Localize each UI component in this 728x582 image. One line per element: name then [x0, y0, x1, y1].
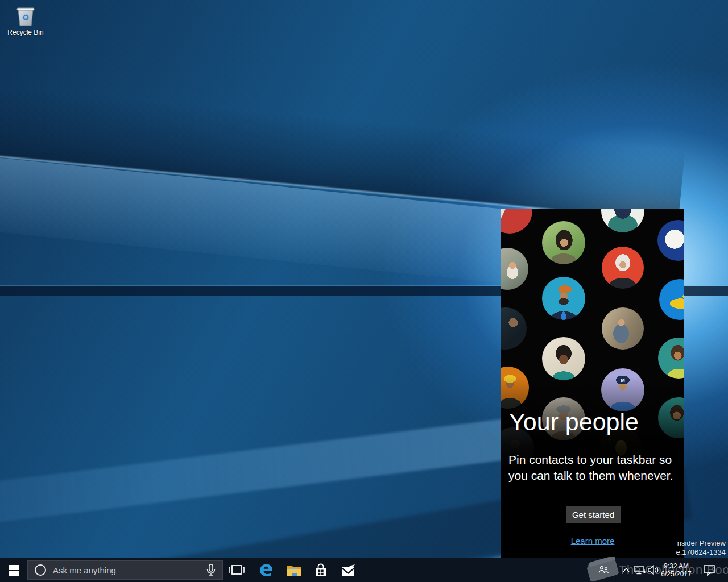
avatar-illustration-baseball-blue: [657, 220, 684, 261]
clock-time: 9:32 AM: [664, 562, 689, 570]
wallpaper-beam: [0, 84, 685, 222]
avatar-illustration-man-purple-m-cap: M: [601, 368, 644, 411]
avatar-illustration-bearded-man-teal: [542, 277, 585, 320]
mail-button[interactable]: [334, 558, 362, 582]
watermark-line1: nsider Preview: [676, 539, 726, 548]
cortana-ring-icon: [35, 564, 46, 576]
avatar-photo-toddler-collage: [501, 248, 528, 290]
action-center-icon: [702, 563, 716, 577]
show-hidden-icons-button[interactable]: [621, 558, 631, 582]
avatar-cap-letter: M: [601, 377, 644, 383]
tray-people-button[interactable]: [597, 558, 610, 582]
clock-date: 6/25/2017: [661, 570, 691, 578]
people-icon: [598, 565, 609, 575]
file-explorer-icon: [286, 562, 301, 578]
network-tray-button[interactable]: [634, 558, 646, 582]
avatar-illustration-grandma-red: [602, 247, 644, 289]
search-input[interactable]: Ask me anything: [53, 566, 205, 575]
cortana-search-box[interactable]: Ask me anything: [27, 560, 223, 580]
insider-preview-watermark: nsider Preview e.170624-1334: [676, 539, 726, 557]
panel-description-line1: Pin contacts to your taskbar so: [508, 452, 679, 468]
start-button[interactable]: [0, 558, 27, 582]
avatar-illustration-dancer-white: [601, 209, 644, 232]
taskbar: Ask me anything: [0, 558, 728, 582]
learn-more-link[interactable]: Learn more: [501, 536, 684, 546]
show-desktop-button[interactable]: [722, 558, 728, 582]
action-center-button[interactable]: [702, 558, 717, 582]
panel-description: Pin contacts to your taskbar so you can …: [508, 452, 679, 484]
clock[interactable]: 9:32 AM 6/25/2017: [660, 558, 693, 582]
edge-button[interactable]: [253, 558, 280, 582]
task-view-button[interactable]: [225, 558, 248, 582]
avatar-illustration-man-orange-yellow-cap: [501, 367, 529, 409]
recycle-bin-icon: ♻: [15, 5, 36, 27]
your-people-flyout: M Your people Pin contacts to your taskb…: [501, 209, 684, 558]
microphone-icon[interactable]: [205, 563, 217, 577]
avatar-photo-man-workshop: [602, 307, 644, 350]
recycle-bin-label: Recycle Bin: [5, 28, 47, 36]
avatar-photo-laughing-woman-braids: [542, 337, 585, 380]
screen: ♻ Recycle Bin M Your people Pin contacts…: [0, 0, 728, 582]
avatar-photo-woman-green-building: [542, 221, 585, 264]
avatar-photo-man-floral-shirt: [501, 307, 527, 350]
store-icon: [313, 562, 329, 578]
watermark-line2: e.170624-1334: [676, 548, 726, 557]
svg-text:♻: ♻: [22, 13, 29, 22]
pinned-apps: [253, 558, 362, 582]
avatar-illustration-woman-teal-dim: [658, 397, 684, 438]
speaker-icon: [647, 564, 660, 576]
edge-icon: [258, 562, 274, 578]
file-explorer-button[interactable]: [280, 558, 307, 582]
recycle-bin-shortcut[interactable]: ♻ Recycle Bin: [5, 5, 47, 36]
get-started-button[interactable]: Get started: [566, 506, 621, 523]
avatar-illustration-woman-teal-yellow-shirt: [658, 338, 684, 379]
store-button[interactable]: [307, 558, 334, 582]
avatar-photo-red-white-corner: [501, 209, 532, 234]
volume-tray-button[interactable]: [647, 558, 660, 582]
mail-icon: [340, 563, 356, 577]
network-icon: [634, 564, 646, 576]
windows-logo-icon: [9, 565, 19, 576]
task-view-icon: [228, 563, 245, 577]
panel-description-line2: you can talk to them whenever.: [508, 468, 679, 484]
chevron-up-icon: [622, 567, 630, 573]
panel-title: Your people: [509, 408, 639, 436]
avatar-illustration-yellow-submarine: [659, 279, 684, 320]
